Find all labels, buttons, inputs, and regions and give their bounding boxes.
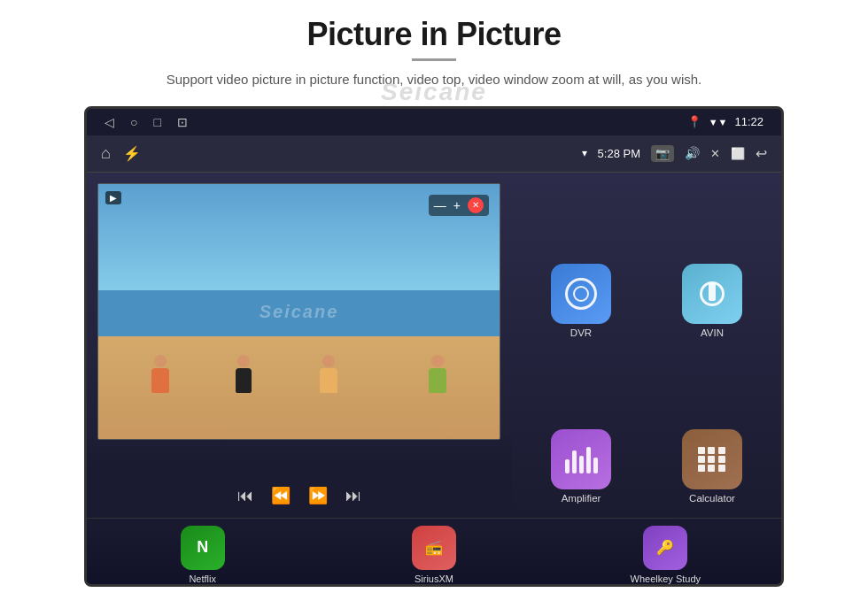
person-head-3 <box>322 355 335 367</box>
amp-bar-2 <box>572 450 577 473</box>
calc-dot-5 <box>708 456 715 463</box>
calc-dot-7 <box>698 465 705 472</box>
person-3 <box>320 355 337 393</box>
dock-label-wheelkey: Wheelkey Study <box>631 573 701 584</box>
calc-dot-6 <box>718 456 725 463</box>
app-icon-avin <box>682 264 742 324</box>
avin-icon-shape <box>700 281 725 306</box>
toolbar-left: ⌂ ⚡ <box>101 144 141 163</box>
app-item-calculator[interactable]: Calculator <box>650 349 774 507</box>
pip-expand-btn[interactable]: + <box>453 198 461 212</box>
media-forward-btn[interactable]: ⏩ <box>308 486 328 505</box>
calc-dot-9 <box>718 465 725 472</box>
screenshot-nav-icon[interactable]: ⊡ <box>177 115 188 129</box>
status-bar: ◁ ○ □ ⊡ 📍 ▼▼ 11:22 <box>87 109 781 135</box>
app-label-dvr: DVR <box>570 327 592 338</box>
location-icon: 📍 <box>687 115 701 128</box>
pip-play-icon: ▶ <box>105 191 121 204</box>
person-2 <box>236 355 252 393</box>
media-prev-btn[interactable]: ⏮ <box>237 487 253 505</box>
toolbar-volume-icon[interactable]: 🔊 <box>685 146 700 160</box>
status-bar-right: 📍 ▼▼ 11:22 <box>687 115 763 128</box>
amp-bar-1 <box>565 459 570 473</box>
dvr-inner <box>573 286 589 302</box>
app-item-dvr[interactable]: DVR <box>519 183 643 342</box>
person-body-4 <box>429 368 446 393</box>
calc-dot-2 <box>708 447 715 454</box>
amp-bar-4 <box>586 447 591 473</box>
person-head-1 <box>154 355 167 367</box>
toolbar-time: 5:28 PM <box>598 147 640 160</box>
pip-minimize-btn[interactable]: — <box>434 198 446 212</box>
app-label-calculator: Calculator <box>689 493 735 504</box>
calc-dot-4 <box>698 456 705 463</box>
device-frame: ◁ ○ □ ⊡ 📍 ▼▼ 11:22 ⌂ ⚡ ▾ 5:28 PM 📷 🔊 <box>84 106 784 587</box>
pip-video-container: Seicane ▶ — + ✕ ⏮ ⏪ ⏩ ⏭ <box>87 173 512 518</box>
dock-item-netflix[interactable]: N Netflix <box>163 526 243 584</box>
toolbar-right: ▾ 5:28 PM 📷 🔊 ✕ ⬜ ↩ <box>582 145 767 162</box>
toolbar-close-icon[interactable]: ✕ <box>710 147 720 160</box>
amp-bars <box>565 445 598 473</box>
toolbar-home-icon[interactable]: ⌂ <box>101 144 111 163</box>
pip-overlay[interactable]: Seicane ▶ — + ✕ <box>97 183 500 440</box>
home-nav-icon[interactable]: ○ <box>130 115 137 129</box>
dock-icon-siriusxm: 📻 <box>412 526 456 570</box>
avin-circle <box>700 281 725 306</box>
app-icon-calculator <box>682 429 742 489</box>
beach-sea <box>98 290 500 342</box>
pip-controls: — + ✕ <box>429 195 489 216</box>
dvr-circles <box>565 278 597 310</box>
back-nav-icon[interactable]: ◁ <box>105 115 114 129</box>
pip-close-btn[interactable]: ✕ <box>468 197 484 213</box>
status-bar-left: ◁ ○ □ ⊡ <box>105 115 188 129</box>
dvr-outer <box>565 278 597 310</box>
calc-dot-1 <box>698 447 705 454</box>
avin-pin <box>709 283 716 301</box>
app-item-amplifier[interactable]: Amplifier <box>519 349 643 507</box>
app-label-amplifier: Amplifier <box>562 493 601 504</box>
video-scene: Seicane <box>98 184 500 439</box>
dock-item-siriusxm[interactable]: 📻 SiriusXM <box>394 526 474 584</box>
calc-grid <box>698 447 726 472</box>
person-body-2 <box>236 368 252 393</box>
person-1 <box>151 355 169 393</box>
person-body-3 <box>320 368 337 393</box>
toolbar-window-icon[interactable]: ⬜ <box>731 147 745 160</box>
calc-dot-3 <box>718 447 725 454</box>
toolbar-usb-icon[interactable]: ⚡ <box>123 145 141 162</box>
media-rewind-btn[interactable]: ⏪ <box>271 486 291 505</box>
amp-bar-5 <box>593 458 598 473</box>
toolbar-camera-icon[interactable]: 📷 <box>651 145 674 162</box>
page-wrapper: Picture in Picture Seicane Support video… <box>0 0 868 608</box>
toolbar-wifi-icon: ▾ <box>582 147 587 159</box>
media-controls: ⏮ ⏪ ⏩ ⏭ <box>87 434 512 518</box>
app-dock: N Netflix 📻 SiriusXM 🔑 Wheelkey Study <box>87 518 781 584</box>
app-item-avin[interactable]: AVIN <box>650 183 774 342</box>
app-icon-dvr <box>551 264 611 324</box>
app-label-avin: AVIN <box>701 327 724 338</box>
signal-icon: ▼▼ <box>709 117 728 127</box>
app-icon-amplifier <box>551 429 611 489</box>
dock-label-netflix: Netflix <box>189 573 216 584</box>
dock-icon-wheelkey: 🔑 <box>643 526 687 570</box>
media-next-btn[interactable]: ⏭ <box>345 487 361 505</box>
person-4 <box>429 355 446 393</box>
page-subtitle: Support video picture in picture functio… <box>167 70 701 90</box>
amp-bar-3 <box>579 456 584 473</box>
dock-label-siriusxm: SiriusXM <box>415 573 453 584</box>
dock-item-wheelkey[interactable]: 🔑 Wheelkey Study <box>625 526 705 584</box>
page-title: Picture in Picture <box>306 16 561 53</box>
person-head-2 <box>237 355 250 367</box>
toolbar-back-icon[interactable]: ↩ <box>756 145 767 162</box>
title-divider <box>412 58 456 61</box>
toolbar: ⌂ ⚡ ▾ 5:28 PM 📷 🔊 ✕ ⬜ ↩ <box>87 135 781 173</box>
recent-nav-icon[interactable]: □ <box>153 115 160 129</box>
status-time: 11:22 <box>734 115 763 128</box>
dock-icon-netflix: N <box>181 526 225 570</box>
main-content: Seicane ▶ — + ✕ ⏮ ⏪ ⏩ ⏭ <box>87 173 781 518</box>
calc-dot-8 <box>708 465 715 472</box>
person-head-4 <box>431 355 444 367</box>
person-body-1 <box>151 368 169 393</box>
app-grid: DVR AVIN <box>512 173 781 518</box>
